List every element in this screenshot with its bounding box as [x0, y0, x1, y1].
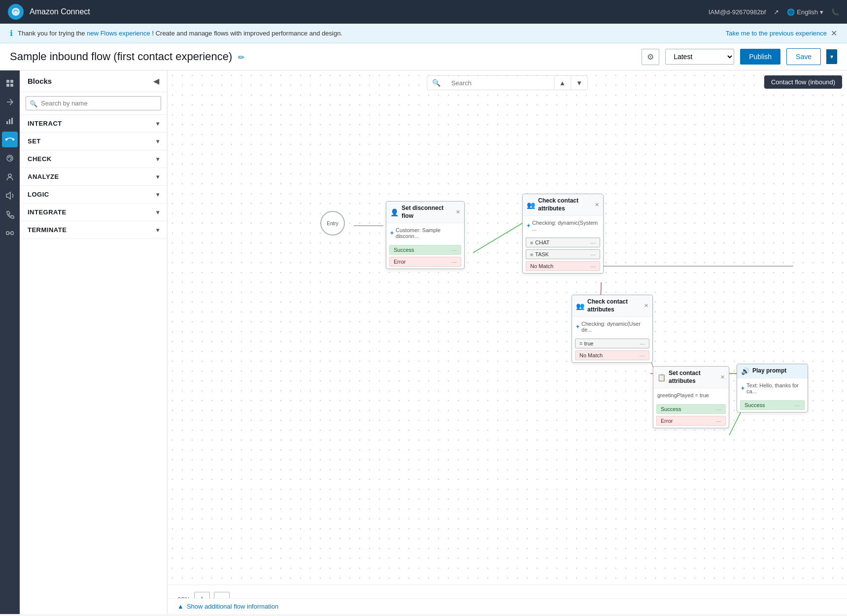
settings-button[interactable]: ⚙ [642, 49, 659, 65]
canvas-prev-button[interactable]: ▲ [554, 76, 571, 90]
nav-channels-icon[interactable] [2, 150, 18, 166]
svg-point-10 [8, 174, 11, 177]
svg-rect-12 [11, 232, 13, 235]
svg-rect-4 [6, 121, 8, 124]
block-categories: INTERACT ▾ SET ▾ CHECK ▾ ANALYZE ▾ [20, 115, 167, 239]
no-match-badge: No Match — [526, 261, 600, 271]
canvas-search-icon: 🔍 [427, 76, 445, 90]
task-badge: TASK — [526, 249, 600, 259]
blocks-panel: Blocks ◀ 🔍 INTERACT ▾ SET ▾ [20, 70, 168, 614]
main-header: Sample inbound flow (first contact exper… [0, 43, 847, 70]
set-contact-node[interactable]: 📋 Set contact attributes ✕ greetingPlaye… [653, 366, 729, 428]
category-terminate-header[interactable]: TERMINATE ▾ [20, 221, 167, 239]
edit-title-icon[interactable]: ✏ [238, 53, 244, 62]
category-set: SET ▾ [20, 133, 167, 150]
banner-close-button[interactable]: ✕ [831, 29, 837, 38]
svg-point-9 [7, 155, 13, 161]
nav-home-icon[interactable] [2, 75, 18, 91]
set-contact-body: greetingPlayed = true [653, 388, 729, 402]
canvas-area[interactable]: 🔍 ▲ ▼ Contact flow (inbound) [168, 70, 847, 614]
page-title: Sample inbound flow (first contact exper… [10, 50, 636, 63]
set-disconnect-header: 👤 Set disconnect flow ✕ [386, 202, 464, 223]
show-info-label: Show additional flow information [187, 603, 278, 610]
entry-label: Entry [327, 221, 338, 226]
nav-users-icon[interactable] [2, 169, 18, 185]
save-button[interactable]: Save [786, 48, 821, 65]
chevron-down-icon: ▾ [820, 8, 823, 16]
category-analyze-header[interactable]: ANALYZE ▾ [20, 168, 167, 185]
canvas-next-button[interactable]: ▼ [571, 76, 587, 90]
side-icon-strip [0, 70, 20, 614]
app-name: Amazon Connect [30, 7, 703, 16]
chevron-up-icon: ▲ [177, 603, 184, 610]
nav-analytics-icon[interactable] [2, 113, 18, 129]
true-badge: = true — [575, 339, 649, 348]
set-disconnect-node[interactable]: 👤 Set disconnect flow ✕ + Customer: Samp… [386, 201, 465, 269]
svg-point-8 [13, 139, 14, 140]
collapse-blocks-button[interactable]: ◀ [153, 76, 159, 86]
check-contact-2-close-button[interactable]: ✕ [644, 303, 648, 309]
category-integrate-header[interactable]: INTEGRATE ▾ [20, 204, 167, 221]
banner-link[interactable]: new Flows experience [87, 30, 150, 37]
nav-audio-icon[interactable] [2, 188, 18, 204]
svg-point-7 [6, 139, 7, 140]
external-link-icon: ↗ [774, 8, 779, 16]
play-prompt-body: + Text: Hello, thanks for ca... [737, 378, 808, 398]
category-interact-header[interactable]: INTERACT ▾ [20, 115, 167, 132]
plus-icon: + [741, 385, 745, 392]
check-contact-2-body: + Checking: dynamic(User de... [572, 317, 652, 337]
prev-experience-link[interactable]: Take me to the previous experience [726, 30, 827, 37]
language-selector[interactable]: 🌐 English ▾ [787, 8, 823, 16]
success-badge: Success — [389, 245, 461, 255]
flow-connections [168, 70, 847, 584]
category-logic-header[interactable]: LOGIC ▾ [20, 186, 167, 203]
user-info[interactable]: IAM@d-92670982bf [709, 8, 766, 16]
canvas-toolbar: 🔍 ▲ ▼ [427, 75, 588, 90]
check-contact-2-node[interactable]: 👥 Check contact attributes ✕ + Checking:… [572, 295, 653, 363]
show-additional-info-bar[interactable]: ▲ Show additional flow information [168, 598, 847, 614]
banner-right: Take me to the previous experience ✕ [726, 29, 837, 38]
speaker-icon: 🔊 [741, 367, 749, 375]
nav-routing-icon[interactable] [2, 94, 18, 110]
category-logic: LOGIC ▾ [20, 186, 167, 204]
phone-icon[interactable]: 📞 [831, 8, 839, 16]
entry-node[interactable]: Entry [320, 211, 345, 236]
check-contact-1-header: 👥 Check contact attributes ✕ [523, 194, 603, 216]
error-badge: Error — [389, 257, 461, 267]
nav-integrations-icon[interactable] [2, 225, 18, 241]
chevron-down-icon: ▾ [156, 120, 160, 127]
category-set-header[interactable]: SET ▾ [20, 133, 167, 150]
set-contact-close-button[interactable]: ✕ [720, 374, 725, 380]
app-logo [8, 4, 24, 20]
play-prompt-node[interactable]: 🔊 Play prompt + Text: Hello, thanks for … [737, 364, 808, 412]
flow-type-label: Contact flow (inbound) [764, 75, 842, 89]
chevron-down-icon: ▾ [156, 138, 160, 145]
info-banner: ℹ Thank you for trying the new Flows exp… [0, 24, 847, 43]
search-input[interactable] [26, 96, 161, 110]
banner-text: Thank you for trying the new Flows exper… [18, 30, 342, 37]
top-nav: Amazon Connect IAM@d-92670982bf ↗ 🌐 Engl… [0, 0, 847, 24]
set-disconnect-close-button[interactable]: ✕ [456, 209, 460, 215]
chevron-down-icon: ▾ [156, 209, 160, 216]
svg-rect-1 [10, 80, 13, 83]
blocks-header: Blocks ◀ [20, 70, 167, 92]
save-dropdown-button[interactable]: ▾ [826, 49, 837, 64]
set-disconnect-detail: + Customer: Sample disconn... [390, 226, 460, 240]
search-box: 🔍 [20, 92, 167, 115]
group-icon-2: 👥 [576, 302, 584, 310]
flow-canvas[interactable]: Entry 👤 Set disconnect flow ✕ + Customer… [168, 70, 847, 584]
globe-icon: 🌐 [787, 8, 795, 16]
category-check-header[interactable]: CHECK ▾ [20, 150, 167, 168]
check-contact-1-node[interactable]: 👥 Check contact attributes ✕ + Checking:… [522, 194, 604, 274]
nav-flows-icon[interactable] [2, 132, 18, 147]
publish-button[interactable]: Publish [740, 49, 780, 65]
search-icon: 🔍 [30, 100, 37, 107]
version-select[interactable]: Latest [665, 49, 734, 65]
no-match-2-badge: No Match — [575, 350, 649, 360]
set-disconnect-body: + Customer: Sample disconn... [386, 223, 464, 243]
person-icon: 👤 [390, 208, 399, 216]
check-contact-1-close-button[interactable]: ✕ [595, 202, 599, 208]
list-icon: 📋 [657, 374, 666, 381]
nav-phone-icon[interactable] [2, 206, 18, 222]
canvas-search-input[interactable] [445, 76, 554, 90]
